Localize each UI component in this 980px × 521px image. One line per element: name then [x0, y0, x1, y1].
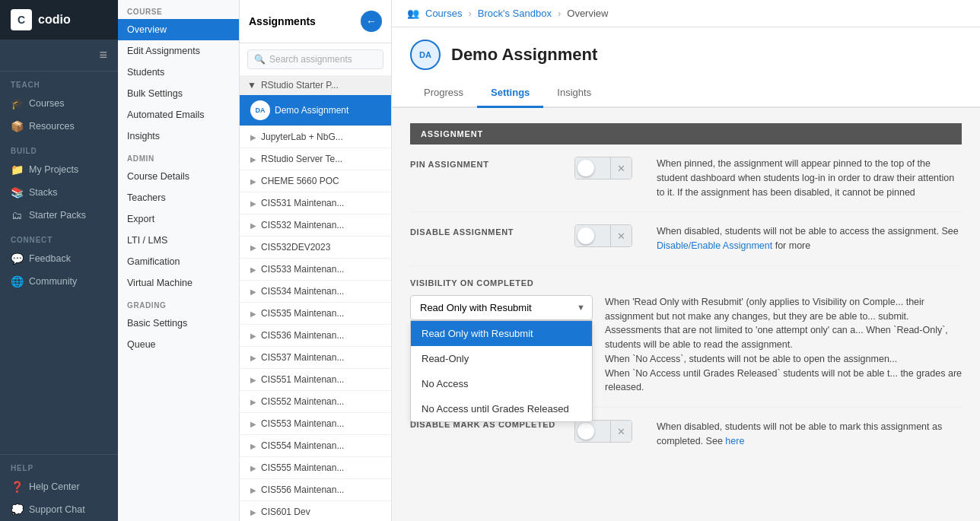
- disable-toggle[interactable]: ✕: [574, 224, 632, 247]
- assignment-item-cis555[interactable]: ▶ CIS555 Maintenan...: [240, 457, 391, 479]
- nav-item-gamification[interactable]: Gamification: [118, 251, 239, 272]
- sidebar-item-feedback[interactable]: 💬 Feedback: [0, 247, 118, 270]
- sidebar-left: C codio ≡ TEACH 🎓 Courses 📦 Resources BU…: [0, 0, 118, 521]
- assignment-item-cis551[interactable]: ▶ CIS551 Maintenan...: [240, 369, 391, 391]
- assignment-item-cis552[interactable]: ▶ CIS552 Maintenan...: [240, 391, 391, 413]
- search-box[interactable]: 🔍 Search assignments: [247, 49, 383, 69]
- disable-toggle-knob: [578, 227, 594, 244]
- nav-item-students[interactable]: Students: [118, 62, 239, 83]
- nav-item-basic-settings[interactable]: Basic Settings: [118, 313, 239, 334]
- tab-insights[interactable]: Insights: [543, 79, 605, 108]
- pin-toggle-track[interactable]: [575, 157, 610, 179]
- back-arrow-icon: ←: [366, 15, 377, 27]
- disable-toggle-track[interactable]: [575, 225, 610, 246]
- sidebar-item-courses[interactable]: 🎓 Courses: [0, 92, 118, 115]
- assignment-item-label: CIS537 Maintenan...: [261, 352, 344, 363]
- nav-item-lti-lms[interactable]: LTI / LMS: [118, 230, 239, 251]
- assignment-item-cis553[interactable]: ▶ CIS553 Maintenan...: [240, 413, 391, 435]
- nav-item-automated-emails[interactable]: Automated Emails: [118, 104, 239, 125]
- assignment-item-cis554[interactable]: ▶ CIS554 Maintenan...: [240, 435, 391, 457]
- chevron-icon: ▶: [250, 265, 256, 274]
- visibility-option-read-only-resubmit[interactable]: Read Only with Resubmit: [411, 321, 592, 346]
- assignment-item-cis537[interactable]: ▶ CIS537 Maintenan...: [240, 347, 391, 369]
- disable-assignment-label: DISABLE ASSIGNMENT: [410, 224, 562, 237]
- nav-item-insights[interactable]: Insights: [118, 125, 239, 147]
- course-section-label: COURSE: [118, 0, 239, 19]
- disable-mark-toggle-x[interactable]: ✕: [610, 421, 632, 442]
- main-content: 👥 Courses › Brock's Sandbox › Overview D…: [392, 0, 980, 521]
- sidebar-item-help-center[interactable]: ❓ Help Center: [0, 475, 118, 498]
- assignment-item-rstudio[interactable]: ▶ RStudio Server Te...: [240, 148, 391, 170]
- nav-item-edit-assignments[interactable]: Edit Assignments: [118, 40, 239, 62]
- assignment-item-cis532[interactable]: ▶ CIS532 Maintenan...: [240, 214, 391, 237]
- disable-mark-toggle-track[interactable]: [575, 421, 610, 442]
- chevron-icon: ▶: [250, 288, 256, 296]
- nav-item-teachers[interactable]: Teachers: [118, 187, 239, 208]
- disable-mark-link[interactable]: here: [725, 436, 744, 446]
- nav-item-overview[interactable]: Overview: [118, 19, 239, 40]
- chevron-icon: ▶: [250, 155, 256, 164]
- disable-link[interactable]: Disable/Enable Assignment: [657, 240, 772, 251]
- assignment-item-cis533[interactable]: ▶ CIS533 Maintenan...: [240, 259, 391, 281]
- tabs-bar: Progress Settings Insights: [392, 79, 980, 108]
- visibility-dropdown[interactable]: Read Only with Resubmit: [410, 295, 593, 320]
- assignment-item-cis556[interactable]: ▶ CIS556 Maintenan...: [240, 479, 391, 501]
- assignment-item-cis536[interactable]: ▶ CIS536 Maintenan...: [240, 325, 391, 347]
- visibility-option-read-only[interactable]: Read-Only: [411, 346, 592, 371]
- courses-icon: 🎓: [11, 97, 23, 110]
- assignment-item-cis535[interactable]: ▶ CIS535 Maintenan...: [240, 303, 391, 325]
- assignment-section-header: ASSIGNMENT: [410, 123, 962, 145]
- connect-label: CONNECT: [0, 227, 118, 247]
- breadcrumb-sandbox[interactable]: Brock's Sandbox: [478, 8, 552, 19]
- tab-settings[interactable]: Settings: [477, 79, 543, 108]
- assignment-item-demo[interactable]: DA Demo Assignment: [240, 95, 391, 126]
- feedback-icon: 💬: [11, 253, 23, 265]
- disable-mark-toggle[interactable]: ✕: [574, 420, 632, 443]
- community-icon: 🌐: [11, 275, 23, 288]
- breadcrumb-overview: Overview: [567, 8, 608, 19]
- breadcrumb-courses[interactable]: Courses: [425, 8, 462, 19]
- tab-progress[interactable]: Progress: [410, 79, 477, 108]
- pin-toggle-x[interactable]: ✕: [610, 157, 632, 179]
- assignment-item-cis534[interactable]: ▶ CIS534 Maintenan...: [240, 281, 391, 303]
- nav-item-queue[interactable]: Queue: [118, 334, 239, 355]
- visibility-option-no-access-grades[interactable]: No Access until Grades Released: [411, 396, 592, 421]
- assignment-item-label: CIS531 Maintenan...: [261, 198, 344, 208]
- sidebar-item-community[interactable]: 🌐 Community: [0, 270, 118, 293]
- chevron-icon: ▶: [250, 464, 256, 472]
- search-placeholder: Search assignments: [269, 54, 352, 65]
- logo-text: codio: [38, 13, 71, 27]
- teach-label: TEACH: [0, 71, 118, 92]
- sidebar-item-my-projects[interactable]: 📁 My Projects: [0, 158, 118, 181]
- assignment-item-label: Demo Assignment: [275, 105, 348, 116]
- add-assignment-button[interactable]: ←: [361, 11, 382, 32]
- assignment-item-label: CIS601 Dev: [261, 507, 310, 517]
- hamburger-menu[interactable]: ≡: [0, 40, 118, 71]
- assignment-item-label: RStudio Server Te...: [261, 154, 342, 164]
- resources-label: Resources: [29, 121, 75, 132]
- visibility-option-no-access[interactable]: No Access: [411, 371, 592, 396]
- pin-toggle[interactable]: ✕: [574, 157, 632, 179]
- sidebar-item-stacks[interactable]: 📚 Stacks: [0, 181, 118, 204]
- search-icon: 🔍: [254, 54, 266, 65]
- assignment-item-cis532dev[interactable]: ▶ CIS532DEV2023: [240, 237, 391, 259]
- nav-item-export[interactable]: Export: [118, 208, 239, 230]
- chevron-icon: ▶: [250, 508, 256, 516]
- assignment-title: Demo Assignment: [451, 45, 597, 65]
- nav-item-bulk-settings[interactable]: Bulk Settings: [118, 83, 239, 104]
- feedback-label: Feedback: [29, 253, 71, 264]
- sidebar-item-support-chat[interactable]: 💭 Support Chat: [0, 498, 118, 521]
- disable-toggle-x[interactable]: ✕: [610, 225, 632, 246]
- hamburger-icon[interactable]: ≡: [99, 47, 107, 63]
- assignment-item-jupyter[interactable]: ▶ JupyterLab + NbG...: [240, 126, 391, 148]
- assignment-item-label: CIS535 Maintenan...: [261, 308, 344, 319]
- grading-section-label: GRADING: [118, 294, 239, 313]
- nav-item-course-details[interactable]: Course Details: [118, 166, 239, 187]
- assignment-item-cis601[interactable]: ▶ CIS601 Dev: [240, 501, 391, 521]
- sidebar-item-resources[interactable]: 📦 Resources: [0, 115, 118, 138]
- assignment-item-cis531[interactable]: ▶ CIS531 Maintenan...: [240, 192, 391, 214]
- my-projects-label: My Projects: [29, 164, 78, 175]
- sidebar-item-starter-packs[interactable]: 🗂 Starter Packs: [0, 204, 118, 227]
- nav-item-virtual-machine[interactable]: Virtual Machine: [118, 272, 239, 294]
- assignment-item-cheme5660[interactable]: ▶ CHEME 5660 POC: [240, 170, 391, 192]
